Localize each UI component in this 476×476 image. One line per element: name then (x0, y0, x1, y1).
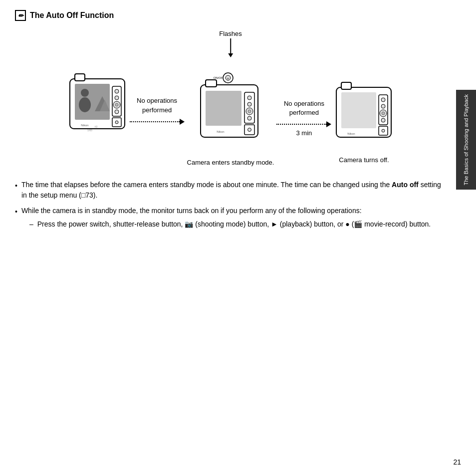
svg-rect-24 (206, 91, 241, 126)
svg-point-3 (81, 89, 89, 97)
bullet-text-1: The time that elapses before the camera … (21, 180, 446, 201)
flashes-label: Flashes (219, 30, 242, 37)
title-row: ✏ The Auto Off Function (15, 10, 446, 21)
note-icon: ✏ (15, 10, 26, 21)
camera1-svg: Nikon f/2 1/60 (67, 64, 127, 144)
bullet-dot-1: • (15, 181, 17, 201)
dotted-arrow-2 (276, 121, 331, 127)
camera2-svg: ON/OFF W (198, 70, 263, 155)
svg-point-14 (115, 121, 118, 124)
svg-point-8 (115, 89, 119, 93)
arrow-section-1: No operationsperformed (127, 96, 187, 124)
diagram-area: Flashes (15, 30, 446, 170)
bullet-text-2: While the camera is in standby mode, the… (21, 207, 362, 215)
turns-off-label: Camera turns off. (339, 156, 389, 164)
svg-point-39 (381, 104, 385, 108)
time-label: 3 min (296, 129, 312, 137)
dotted-arrow-1 (130, 119, 185, 125)
svg-text:Nikon: Nikon (217, 130, 224, 133)
svg-point-27 (247, 102, 251, 106)
svg-point-38 (381, 98, 385, 102)
svg-rect-19 (206, 80, 217, 87)
no-ops-label-1: No operationsperformed (137, 96, 177, 114)
sub-dash-1: – (29, 219, 33, 230)
svg-rect-36 (341, 92, 376, 128)
cameras-row: Nikon f/2 1/60 No operationsperformed (15, 45, 446, 166)
arrow-section-2: No operationsperformed 3 min (274, 99, 334, 137)
side-tab-text: The Basics of Shooting and Playback (463, 94, 470, 185)
standby-label: Camera enters standby mode. (187, 159, 274, 166)
sub-bullet-item-1: – Press the power switch, shutter-releas… (29, 219, 431, 230)
camera2-wrapper: ON/OFF W (187, 70, 274, 166)
svg-point-11 (115, 103, 118, 106)
bullet-item-2: • While the camera is in standby mode, t… (15, 206, 446, 230)
no-ops-label-2: No operationsperformed (284, 99, 324, 117)
svg-text:W: W (227, 77, 229, 80)
svg-point-42 (381, 118, 385, 122)
bullet-list: • The time that elapses before the camer… (15, 180, 446, 230)
svg-point-29 (248, 110, 251, 113)
side-tab: The Basics of Shooting and Playback (456, 90, 476, 190)
bullet-dot-2: • (15, 207, 17, 230)
svg-point-32 (248, 128, 251, 132)
svg-point-4 (79, 97, 91, 112)
svg-point-41 (382, 112, 385, 115)
svg-rect-1 (75, 74, 85, 81)
svg-point-30 (247, 116, 251, 120)
svg-text:f/2: f/2 (95, 125, 98, 128)
svg-point-9 (115, 96, 119, 100)
page-number: 21 (453, 458, 461, 466)
camera3-svg: Nikon (334, 72, 394, 152)
svg-text:1/60: 1/60 (87, 129, 92, 132)
sub-bullet-text-1: Press the power switch, shutter-release … (37, 219, 431, 230)
svg-point-44 (382, 129, 385, 132)
svg-text:Nikon: Nikon (81, 124, 88, 127)
sub-bullet-list: – Press the power switch, shutter-releas… (29, 219, 431, 230)
camera1-wrapper: Nikon f/2 1/60 (67, 64, 127, 148)
svg-point-12 (115, 110, 119, 114)
camera3-wrapper: Nikon Camera turns off. (334, 72, 394, 164)
bullet-text-2-wrapper: While the camera is in standby mode, the… (21, 206, 431, 230)
svg-rect-35 (341, 82, 351, 89)
svg-text:Nikon: Nikon (348, 132, 355, 135)
page-title: The Auto Off Function (30, 11, 114, 20)
svg-point-26 (247, 96, 251, 100)
bullet-item-1: • The time that elapses before the camer… (15, 180, 446, 201)
